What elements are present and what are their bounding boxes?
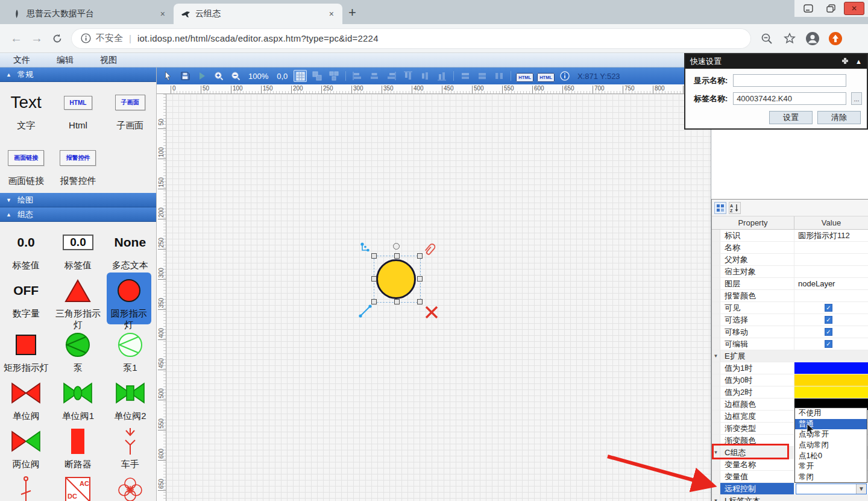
space-h-icon[interactable] <box>492 70 506 82</box>
color-swatch[interactable] <box>794 374 868 386</box>
palette-scada-item-逆变器[interactable]: ACDC逆变器 <box>52 469 104 501</box>
palette-scada-item-三角形指示灯[interactable]: 三角形指示灯 <box>52 270 104 324</box>
browser-tab[interactable]: 云组态× <box>174 4 342 24</box>
rotate-handle-icon[interactable] <box>393 243 400 250</box>
paperclip-icon[interactable] <box>422 241 438 258</box>
property-row-可选择[interactable]: 可选择✓ <box>712 314 868 326</box>
palette-scada-item-数字量[interactable]: OFF数字量 <box>0 270 52 324</box>
property-value[interactable]: 圆形指示灯112 <box>794 230 868 241</box>
design-grid[interactable] <box>166 94 711 501</box>
property-value[interactable]: ✓ <box>794 302 868 314</box>
property-value[interactable] <box>794 362 868 374</box>
palette-scada-item-圆形指示灯[interactable]: 圆形指示灯 <box>107 273 151 324</box>
ungroup-icon[interactable] <box>327 70 341 82</box>
forward-icon[interactable]: → <box>27 28 47 49</box>
browse-button[interactable]: ... <box>851 92 862 105</box>
align-center-icon[interactable] <box>368 70 381 82</box>
selection-handle[interactable] <box>417 299 423 304</box>
avatar-icon[interactable] <box>805 31 820 46</box>
dropdown-option-常开[interactable]: 常开 <box>795 461 867 472</box>
property-row-父对象[interactable]: 父对象 <box>712 254 868 266</box>
categorized-icon[interactable] <box>714 202 726 214</box>
palette-section-drawing[interactable]: ▼绘图 <box>0 193 156 207</box>
color-swatch[interactable] <box>794 362 868 374</box>
info-icon[interactable] <box>558 70 571 82</box>
dropdown-option-点动常开[interactable]: 点动常开 <box>795 429 867 440</box>
property-row-宿主对象[interactable]: 宿主对象 <box>712 266 868 278</box>
property-value[interactable]: nodeLayer <box>794 278 868 289</box>
tab-close-icon[interactable]: × <box>158 9 168 19</box>
menu-item-视图[interactable]: 视图 <box>87 55 130 66</box>
align-left-icon[interactable] <box>351 70 364 82</box>
selection-handle[interactable] <box>394 299 400 304</box>
address-field[interactable]: 不安全 | iot.idosp.net/html/scada/editor.as… <box>71 28 751 49</box>
property-row-可见[interactable]: 可见✓ <box>712 302 868 314</box>
chevron-down-icon[interactable]: ▼ <box>856 484 866 494</box>
sort-az-icon[interactable]: AZ <box>729 202 741 214</box>
palette-scada-item-泵[interactable]: 泵 <box>52 324 104 373</box>
property-row-图层[interactable]: 图层nodeLayer <box>712 278 868 290</box>
property-value[interactable] <box>794 374 868 386</box>
delete-x-icon[interactable] <box>424 305 439 320</box>
remote-control-combobox[interactable]: ▼ <box>796 484 867 494</box>
palette-general-item-文字[interactable]: Text文字 <box>0 82 52 137</box>
play-icon[interactable] <box>195 70 209 82</box>
property-value[interactable]: ✓ <box>794 314 868 326</box>
cursor-icon[interactable] <box>162 70 175 82</box>
palette-scada-item-单位阀1[interactable]: 单位阀1 <box>52 373 104 421</box>
palette-scada-item-泵1[interactable]: 泵1 <box>104 324 156 373</box>
palette-scada-item-刀闸[interactable]: 刀闸 <box>0 469 52 501</box>
palette-general-item-报警控件[interactable]: 报警控件报警控件 <box>52 137 104 193</box>
set-button[interactable]: 设置 <box>769 111 813 124</box>
palette-scada-item-多态文本[interactable]: None多态文本 <box>104 222 156 270</box>
star-icon[interactable] <box>782 31 797 46</box>
property-row-L标签文本[interactable]: ▼L标签文本 <box>712 495 868 501</box>
dropdown-option-点动常闭[interactable]: 点动常闭 <box>795 440 867 451</box>
display-name-input[interactable] <box>733 74 846 87</box>
circle-indicator-widget[interactable] <box>376 259 416 299</box>
collapse-icon[interactable] <box>841 57 849 66</box>
same-width-icon[interactable] <box>459 70 472 82</box>
reload-icon[interactable] <box>47 28 68 49</box>
color-swatch[interactable] <box>794 386 868 398</box>
menu-item-编辑[interactable]: 编辑 <box>43 55 87 66</box>
clear-button[interactable]: 清除 <box>817 111 861 124</box>
palette-scada-item-PT[interactable]: PT <box>104 469 156 501</box>
tag-name-input[interactable] <box>733 92 846 105</box>
align-right-icon[interactable] <box>385 70 398 82</box>
grid-icon[interactable] <box>294 70 307 82</box>
triangle-up-icon[interactable]: ▲ <box>855 58 862 65</box>
checkbox-checked-icon[interactable]: ✓ <box>825 316 832 324</box>
checkbox-checked-icon[interactable]: ✓ <box>825 340 832 348</box>
browser-tab[interactable]: 思普云大数据平台× <box>5 4 174 24</box>
zoom-in-icon[interactable] <box>212 70 225 82</box>
property-row-值为0时[interactable]: 值为0时 <box>712 374 868 386</box>
property-row-值为2时[interactable]: 值为2时 <box>712 386 868 399</box>
palette-scada-item-断路器[interactable]: 断路器 <box>52 421 104 469</box>
property-row-远程控制[interactable]: 远程控制▼ <box>712 483 868 495</box>
property-value[interactable] <box>794 266 868 277</box>
close-icon[interactable]: ✕ <box>844 2 864 15</box>
palette-scada-item-标签值[interactable]: 0.0标签值 <box>52 222 104 270</box>
property-row-可移动[interactable]: 可移动✓ <box>712 326 868 338</box>
palette-general-item-Html[interactable]: HTMLHtml <box>52 82 104 137</box>
palette-scada-item-单位阀2[interactable]: 单位阀2 <box>104 373 156 421</box>
selection-handle[interactable] <box>371 276 377 282</box>
save-icon[interactable] <box>178 70 192 82</box>
align-top-icon[interactable] <box>401 70 415 82</box>
property-value[interactable]: ▼ <box>794 483 868 494</box>
property-value[interactable] <box>794 386 868 398</box>
selection-handle[interactable] <box>417 276 423 282</box>
checkbox-checked-icon[interactable]: ✓ <box>825 328 832 336</box>
selection-handle[interactable] <box>394 253 400 259</box>
palette-general-item-画面链接[interactable]: 画面链接画面链接 <box>0 137 52 193</box>
palette-section-scada[interactable]: ▲组态 <box>0 207 156 222</box>
html-button-1[interactable]: HTML <box>516 71 533 81</box>
palette-scada-item-两位阀[interactable]: 两位阀 <box>0 421 52 469</box>
dropdown-option-常闭[interactable]: 常闭 <box>795 471 867 482</box>
back-icon[interactable]: ← <box>6 28 27 49</box>
restore-icon[interactable] <box>821 2 841 15</box>
zoom-out-page-icon[interactable] <box>760 31 774 46</box>
palette-section-general[interactable]: ▲常规 <box>0 68 156 82</box>
dropdown-option-不使用[interactable]: 不使用 <box>795 408 867 419</box>
